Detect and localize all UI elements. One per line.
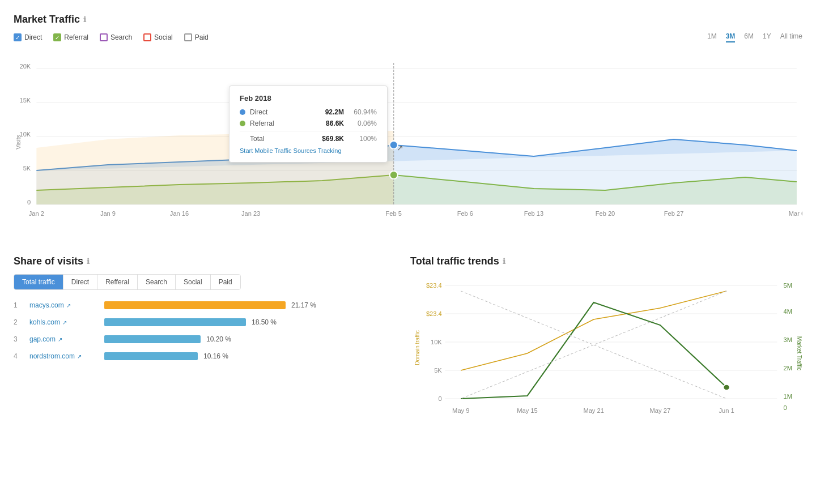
svg-text:Visits: Visits xyxy=(15,134,22,150)
share-tab-buttons: Total traffic Direct Refferal Search Soc… xyxy=(14,274,241,290)
market-traffic-svg: 20K 15K 10K 5K 0 Visits xyxy=(14,52,802,233)
svg-text:Market Traffic: Market Traffic xyxy=(796,336,802,371)
svg-text:Feb 20: Feb 20 xyxy=(596,210,615,217)
visits-list: 1 macys.com ↗ 21.17 % 2 kohls.com ↗ xyxy=(14,301,388,360)
svg-text:10K: 10K xyxy=(431,339,442,345)
rank-3: 3 xyxy=(14,335,23,343)
legend-item-paid[interactable]: Paid xyxy=(184,33,209,41)
share-title-text: Share of visits xyxy=(14,255,83,267)
tab-social[interactable]: Social xyxy=(176,275,211,289)
tooltip-total-label: Total xyxy=(250,135,305,143)
chart-controls: ✓ Direct ✓ Referral Search Social xyxy=(14,32,802,42)
tab-refferal[interactable]: Refferal xyxy=(97,275,138,289)
visits-item-3: 3 gap.com ↗ 10.20 % xyxy=(14,335,388,343)
legend-label-search: Search xyxy=(110,33,132,41)
total-traffic-trends-section: Total traffic trends ℹ $23.4 $23.4 10K 5… xyxy=(410,255,802,433)
tooltip-cta-link[interactable]: Start Mobile Traffic Sources Tracking xyxy=(240,147,377,154)
visits-item-4: 4 nordstrom.com ↗ 10.16 % xyxy=(14,352,388,360)
tooltip-value-direct: 92.2M xyxy=(310,108,344,116)
pct-2: 18.50 % xyxy=(252,318,277,326)
visits-item-1: 1 macys.com ↗ 21.17 % xyxy=(14,301,388,309)
domain-name-4: nordstrom.com xyxy=(29,352,75,360)
trends-info-icon[interactable]: ℹ xyxy=(503,257,505,266)
tooltip-label-referral: Referral xyxy=(250,119,305,127)
svg-text:Jan 16: Jan 16 xyxy=(170,210,189,217)
info-icon[interactable]: ℹ xyxy=(83,15,86,24)
time-filter-6m[interactable]: 6M xyxy=(744,32,754,42)
svg-text:Jan 2: Jan 2 xyxy=(29,210,44,217)
svg-text:Domain traffic: Domain traffic xyxy=(413,330,420,365)
trends-svg: $23.4 $23.4 10K 5K 0 5M 4M 3M 2M 1M 0 Do… xyxy=(410,274,802,433)
svg-text:5M: 5M xyxy=(784,283,792,289)
tooltip-dot-total xyxy=(240,136,245,142)
svg-text:5K: 5K xyxy=(23,165,31,172)
share-of-visits-title: Share of visits ℹ xyxy=(14,255,388,267)
bar-2 xyxy=(104,318,246,326)
legend-checkbox-direct: ✓ xyxy=(14,33,22,41)
trends-chart: $23.4 $23.4 10K 5K 0 5M 4M 3M 2M 1M 0 Do… xyxy=(410,274,802,433)
ext-link-icon-4: ↗ xyxy=(77,353,82,360)
legend-label-social: Social xyxy=(154,33,173,41)
time-filter-1y[interactable]: 1Y xyxy=(763,32,771,42)
svg-text:May 21: May 21 xyxy=(583,408,604,414)
legend-checkbox-paid xyxy=(184,33,192,41)
tab-search[interactable]: Search xyxy=(138,275,176,289)
legend-item-direct[interactable]: ✓ Direct xyxy=(14,33,42,41)
tab-direct[interactable]: Direct xyxy=(63,275,97,289)
svg-point-45 xyxy=(723,385,729,390)
tooltip-label-direct: Direct xyxy=(250,108,305,116)
svg-text:May 27: May 27 xyxy=(650,408,671,414)
ext-link-icon-1: ↗ xyxy=(66,302,71,309)
tooltip-dot-direct xyxy=(240,109,245,115)
domain-4[interactable]: nordstrom.com ↗ xyxy=(29,352,97,360)
trends-title-text: Total traffic trends xyxy=(410,255,499,267)
svg-text:Jun 1: Jun 1 xyxy=(719,408,734,414)
svg-text:Jan 23: Jan 23 xyxy=(241,210,260,217)
pct-1: 21.17 % xyxy=(291,301,316,309)
legend-label-paid: Paid xyxy=(195,33,209,41)
domain-name-3: gap.com xyxy=(29,335,56,343)
market-traffic-chart-wrapper: 20K 15K 10K 5K 0 Visits xyxy=(14,52,802,233)
svg-text:20K: 20K xyxy=(20,63,31,70)
chart-tooltip: Feb 2018 Direct 92.2M 60.94% Referral 86… xyxy=(229,86,388,163)
svg-text:Feb 6: Feb 6 xyxy=(457,210,473,217)
pct-3: 10.20 % xyxy=(206,335,231,343)
svg-text:Feb 27: Feb 27 xyxy=(664,210,683,217)
time-filter-1m[interactable]: 1M xyxy=(707,32,717,42)
svg-text:May 15: May 15 xyxy=(517,408,538,414)
bar-container-3: 10.20 % xyxy=(104,335,388,343)
legend-item-search[interactable]: Search xyxy=(100,33,132,41)
total-traffic-trends-title: Total traffic trends ℹ xyxy=(410,255,802,267)
time-filter-alltime[interactable]: All time xyxy=(780,32,802,42)
bar-container-1: 21.17 % xyxy=(104,301,388,309)
legend-label-direct: Direct xyxy=(24,33,42,41)
domain-2[interactable]: kohls.com ↗ xyxy=(29,318,97,326)
share-info-icon[interactable]: ℹ xyxy=(87,257,90,266)
legend-label-referral: Referral xyxy=(64,33,88,41)
svg-text:15K: 15K xyxy=(20,97,31,104)
svg-text:4M: 4M xyxy=(784,309,792,315)
tab-paid[interactable]: Paid xyxy=(211,275,240,289)
title-text: Market Traffic xyxy=(14,14,80,25)
bottom-sections: Share of visits ℹ Total traffic Direct R… xyxy=(14,255,802,433)
rank-4: 4 xyxy=(14,352,23,360)
tooltip-pct-referral: 0.06% xyxy=(348,119,377,127)
time-filter-3m[interactable]: 3M xyxy=(726,32,736,42)
domain-1[interactable]: macys.com ↗ xyxy=(29,301,97,309)
rank-1: 1 xyxy=(14,301,23,309)
legend-item-social[interactable]: Social xyxy=(143,33,173,41)
tab-total-traffic[interactable]: Total traffic xyxy=(14,275,63,289)
legend-item-referral[interactable]: ✓ Referral xyxy=(53,33,88,41)
tooltip-row-direct: Direct 92.2M 60.94% xyxy=(240,108,377,116)
svg-text:1M: 1M xyxy=(784,394,792,400)
svg-text:5K: 5K xyxy=(434,368,442,374)
domain-3[interactable]: gap.com ↗ xyxy=(29,335,97,343)
svg-line-44 xyxy=(461,291,726,399)
tooltip-pct-direct: 60.94% xyxy=(348,108,377,116)
svg-line-43 xyxy=(461,291,726,399)
tooltip-date: Feb 2018 xyxy=(240,94,377,102)
svg-text:0: 0 xyxy=(27,199,31,206)
svg-text:3M: 3M xyxy=(784,337,792,343)
visits-item-2: 2 kohls.com ↗ 18.50 % xyxy=(14,318,388,326)
tooltip-total-row: Total $69.8K 100% xyxy=(240,135,377,143)
